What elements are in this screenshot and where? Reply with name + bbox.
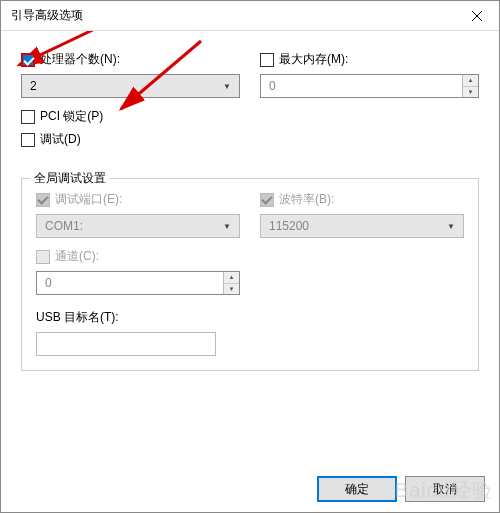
debug-checkbox[interactable] — [21, 133, 35, 147]
debug-field: 调试(D) — [21, 131, 479, 148]
close-icon — [472, 11, 482, 21]
max-mem-label: 最大内存(M): — [279, 51, 348, 68]
baud-select: 115200 ▼ — [260, 214, 464, 238]
baud-field: 波特率(B): — [260, 191, 464, 208]
dialog-title: 引导高级选项 — [11, 7, 83, 24]
channel-value: 0 — [37, 276, 223, 290]
spinner-up-icon: ▲ — [224, 272, 239, 284]
chevron-down-icon: ▼ — [223, 222, 231, 231]
baud-checkbox — [260, 193, 274, 207]
debug-label: 调试(D) — [40, 131, 81, 148]
channel-input: 0 ▲ ▼ — [36, 271, 240, 295]
chevron-down-icon: ▼ — [223, 82, 231, 91]
pci-lock-label: PCI 锁定(P) — [40, 108, 103, 125]
channel-label: 通道(C): — [55, 248, 99, 265]
row-top: 处理器个数(N): 2 ▼ 最大内存(M): 0 ▲ ▼ — [21, 51, 479, 98]
content-area: 处理器个数(N): 2 ▼ 最大内存(M): 0 ▲ ▼ — [1, 31, 499, 466]
proc-count-checkbox[interactable] — [21, 53, 35, 67]
proc-count-field: 处理器个数(N): — [21, 51, 240, 68]
dialog-window: 引导高级选项 处理器个数(N): — [0, 0, 500, 513]
max-mem-value: 0 — [261, 79, 462, 93]
proc-count-select[interactable]: 2 ▼ — [21, 74, 240, 98]
usb-target-input — [36, 332, 216, 356]
proc-count-value: 2 — [30, 79, 37, 93]
row-port-baud: 调试端口(E): COM1: ▼ 波特率(B): 115200 ▼ — [36, 191, 464, 238]
debug-port-field: 调试端口(E): — [36, 191, 240, 208]
debug-port-select: COM1: ▼ — [36, 214, 240, 238]
pci-lock-field: PCI 锁定(P) — [21, 108, 479, 125]
debug-port-checkbox — [36, 193, 50, 207]
spinner-down-icon: ▼ — [224, 284, 239, 295]
close-button[interactable] — [454, 1, 499, 31]
row-usb-target: USB 目标名(T): — [36, 309, 464, 356]
titlebar: 引导高级选项 — [1, 1, 499, 31]
proc-count-label: 处理器个数(N): — [40, 51, 120, 68]
col-baud: 波特率(B): 115200 ▼ — [260, 191, 464, 238]
spinner-up-icon[interactable]: ▲ — [463, 75, 478, 87]
pci-lock-checkbox[interactable] — [21, 110, 35, 124]
col-port: 调试端口(E): COM1: ▼ — [36, 191, 240, 238]
cancel-button[interactable]: 取消 — [405, 476, 485, 502]
channel-field: 通道(C): — [36, 248, 240, 265]
col-max-mem: 最大内存(M): 0 ▲ ▼ — [260, 51, 479, 98]
global-debug-group: 全局调试设置 调试端口(E): COM1: ▼ 波特率(B): — [21, 178, 479, 371]
max-mem-input[interactable]: 0 ▲ ▼ — [260, 74, 479, 98]
groupbox-title: 全局调试设置 — [30, 170, 110, 187]
channel-checkbox — [36, 250, 50, 264]
max-mem-spinner[interactable]: ▲ ▼ — [462, 75, 478, 97]
chevron-down-icon: ▼ — [447, 222, 455, 231]
ok-button[interactable]: 确定 — [317, 476, 397, 502]
debug-port-label: 调试端口(E): — [55, 191, 122, 208]
baud-label: 波特率(B): — [279, 191, 334, 208]
button-row: 确定 取消 — [1, 466, 499, 512]
row-channel: 通道(C): 0 ▲ ▼ — [36, 248, 464, 295]
row-middle: PCI 锁定(P) 调试(D) — [21, 108, 479, 148]
debug-port-value: COM1: — [45, 219, 83, 233]
channel-spinner: ▲ ▼ — [223, 272, 239, 294]
max-mem-checkbox[interactable] — [260, 53, 274, 67]
col-proc-count: 处理器个数(N): 2 ▼ — [21, 51, 240, 98]
max-mem-field: 最大内存(M): — [260, 51, 479, 68]
col-channel: 通道(C): 0 ▲ ▼ — [36, 248, 240, 295]
spinner-down-icon[interactable]: ▼ — [463, 87, 478, 98]
usb-target-label: USB 目标名(T): — [36, 309, 464, 326]
baud-value: 115200 — [269, 219, 309, 233]
